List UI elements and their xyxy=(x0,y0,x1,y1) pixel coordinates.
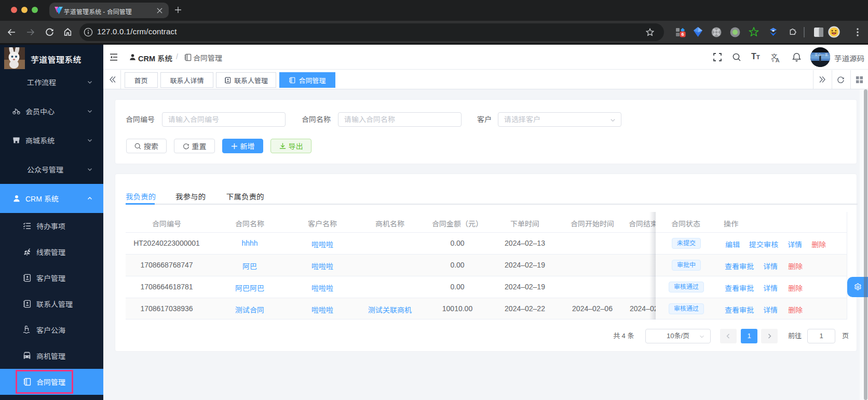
svg-text:6: 6 xyxy=(681,32,684,37)
svg-text:文心一言: 文心一言 xyxy=(815,52,829,57)
svg-text:A: A xyxy=(776,57,780,63)
